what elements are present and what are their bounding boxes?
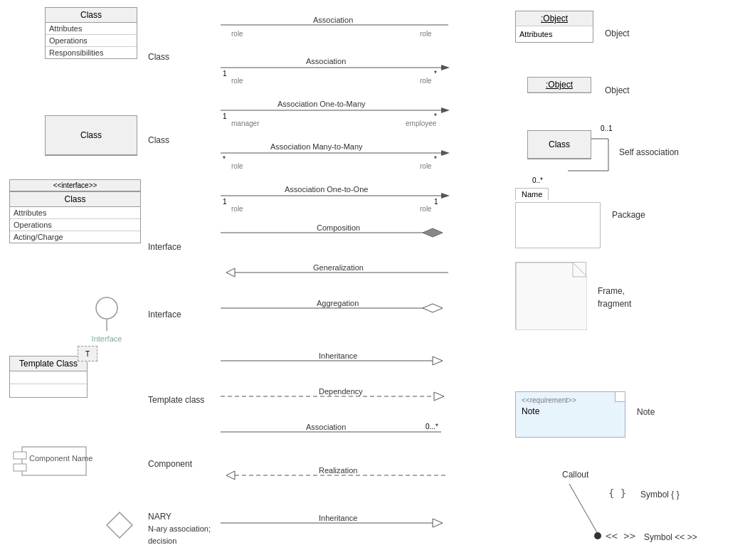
pkg-body [515, 202, 601, 248]
note-corner [615, 392, 625, 402]
note-shape: <<requirement>> Note [515, 391, 625, 438]
iface-stereotype: <<interface>> [10, 180, 140, 191]
assoc5-r1: role [231, 205, 243, 213]
svg-marker-18 [434, 392, 444, 401]
note-text: Note [522, 406, 619, 416]
template-class-shape: Template Class T [9, 356, 88, 398]
obj1-label: Object [605, 28, 630, 38]
real-label: Realization [319, 466, 357, 475]
svg-point-28 [594, 532, 601, 539]
svg-marker-12 [226, 268, 235, 277]
iface-label: Interface [148, 242, 181, 252]
note-stereotype: <<requirement>> [522, 396, 619, 404]
lollipop-label: Interface [92, 334, 122, 343]
diagram-container: Class Attributes Operations Responsibili… [0, 0, 745, 560]
callout-label: Callout [562, 470, 588, 480]
assoc2-role2: role [420, 77, 432, 85]
svg-marker-21 [226, 471, 235, 480]
component-label: Component [148, 459, 192, 469]
svg-line-27 [569, 484, 598, 534]
assoc4-label: Association Many-to-Many [270, 142, 363, 151]
tmpl-s1 [10, 371, 87, 384]
svg-point-30 [96, 297, 117, 319]
assoc6-m2: 0...* [426, 423, 438, 430]
self-mult2: 0..* [532, 176, 543, 184]
class1-name: Class [46, 8, 137, 23]
assoc1-label: Association [313, 16, 353, 24]
class1-resp: Responsibilities [46, 47, 137, 58]
obj2-name: :Object [528, 78, 591, 93]
symbol-brace: { } [608, 487, 626, 499]
pkg-tab: Name [515, 188, 549, 200]
object1-shape: :Object Attributes [515, 11, 593, 43]
self-class-name: Class [528, 131, 591, 159]
class1-ops: Operations [46, 35, 137, 47]
assoc1-role1: role [231, 30, 243, 38]
assoc6-label: Association [306, 423, 346, 431]
inh2-label: Inheritance [319, 514, 357, 522]
assoc2-mult1: 1 [223, 70, 227, 78]
svg-rect-33 [14, 464, 26, 471]
component-label-inner: Component Name [29, 454, 93, 463]
svg-marker-16 [433, 356, 443, 365]
svg-rect-32 [14, 452, 26, 459]
assoc2-label: Association [306, 57, 346, 65]
tmpl-name: Template Class [10, 356, 87, 371]
self-mult1: 0..1 [601, 125, 613, 132]
svg-marker-23 [433, 519, 443, 527]
svg-marker-10 [423, 228, 443, 237]
frame-svg [516, 263, 587, 330]
nary-title: NARY [148, 512, 171, 522]
svg-marker-8 [441, 193, 450, 199]
svg-marker-34 [107, 512, 132, 538]
class1-label: Class [148, 52, 169, 62]
tmpl-s2 [10, 384, 87, 397]
agg-label: Aggregation [317, 299, 359, 307]
svg-marker-6 [441, 150, 450, 156]
svg-marker-4 [441, 107, 450, 113]
symbol-brace-label: Symbol { } [640, 490, 680, 500]
iface-attr: Attributes [10, 207, 140, 219]
nary-label: NARY N-ary association;decision [148, 511, 211, 546]
comp-label: Composition [317, 223, 360, 232]
lollipop-svg [85, 295, 128, 334]
iface-ops: Operations [10, 219, 140, 231]
assoc1-role2: role [420, 30, 432, 38]
iface2-label: Interface [148, 310, 181, 319]
interface-class: <<interface>> Class Attributes Operation… [9, 179, 141, 243]
pkg-label: Package [612, 210, 645, 220]
assoc4-m2: * [434, 155, 437, 163]
assoc5-m1: 1 [223, 198, 227, 206]
class2-label: Class [148, 135, 169, 145]
nary-svg [105, 511, 134, 539]
iface-name: Class [10, 191, 140, 207]
assoc4-m1: * [223, 155, 226, 163]
tmpl-label: Template class [148, 395, 204, 405]
self-assoc-class: Class [527, 130, 591, 159]
assoc2-mult2: * [434, 70, 437, 78]
nary-sublabel: N-ary association;decision [148, 524, 211, 545]
class2-name: Class [46, 116, 137, 155]
note-label: Note [637, 407, 655, 417]
self-label: Self association [619, 147, 679, 157]
assoc3-m1: 1 [223, 112, 227, 120]
assoc3-r2: employee [406, 120, 436, 127]
assoc5-label: Association One-to-One [285, 185, 368, 194]
interface-lollipop: Interface [85, 295, 128, 343]
svg-marker-14 [423, 304, 443, 312]
iface-acting: Acting/Charge [10, 231, 140, 243]
symbol-angle-label: Symbol << >> [644, 532, 697, 542]
assoc3-label: Association One-to-Many [278, 100, 366, 108]
obj1-attr: Attributes [516, 26, 593, 42]
assoc2-role1: role [231, 77, 243, 85]
obj2-label: Object [605, 85, 630, 95]
assoc4-r2: role [420, 162, 432, 170]
dep-label: Dependency [319, 387, 363, 396]
assoc4-r1: role [231, 162, 243, 170]
tmpl-corner: T [78, 346, 97, 361]
assoc3-r1: manager [231, 120, 259, 127]
gen-label: Generalization [313, 263, 364, 272]
class-full: Class Attributes Operations Responsibili… [45, 7, 137, 59]
svg-marker-2 [441, 65, 450, 70]
frame-shape [515, 262, 586, 329]
